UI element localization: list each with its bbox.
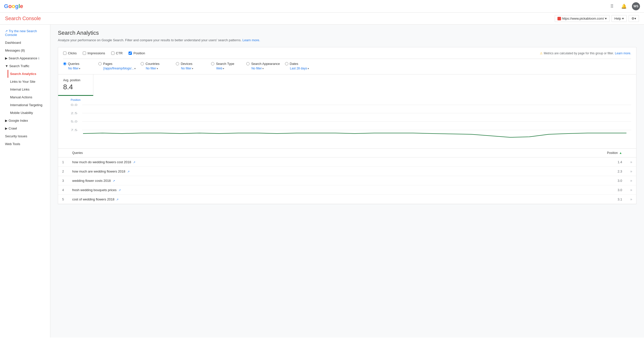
col-position-header[interactable]: Position ▲ <box>489 149 626 157</box>
clicks-checkbox[interactable] <box>63 52 66 55</box>
row-num: 5 <box>58 195 68 204</box>
external-link-icon[interactable]: ↗ <box>113 179 115 182</box>
pages-radio[interactable] <box>98 62 102 65</box>
row-query: how much do wedding flowers cost 2018 ↗ <box>68 157 489 167</box>
row-query: how much are wedding flowers 2018 ↗ <box>68 167 489 176</box>
search-type-filter-value[interactable]: Web ▾ <box>211 67 241 70</box>
search-appearance-filter-value[interactable]: No filter ▾ <box>246 67 280 70</box>
row-chevron[interactable]: » <box>626 176 636 185</box>
ctr-checkbox[interactable] <box>111 52 114 55</box>
metric-position[interactable]: Position <box>129 51 145 55</box>
queries-radio[interactable] <box>63 62 66 65</box>
sidebar-item-crawl[interactable]: ▶ Crawl <box>0 124 50 132</box>
row-chevron[interactable]: » <box>626 167 636 176</box>
external-link-icon: ↗ <box>5 29 8 33</box>
row-position: 3.0 <box>489 176 626 185</box>
notifications-icon[interactable]: 🔔 <box>620 2 628 10</box>
filter-devices[interactable]: Devices No filter ▾ <box>176 62 206 70</box>
learn-more-link[interactable]: Learn more. <box>243 38 260 42</box>
top-bar-left: Google <box>4 3 23 10</box>
svg-text:2.5: 2.5 <box>71 112 77 115</box>
sidebar-item-search-analytics[interactable]: Search Analytics <box>8 70 50 78</box>
page-desc: Analyze your performance on Google Searc… <box>58 38 636 42</box>
help-arrow-icon: ▾ <box>622 17 624 20</box>
filter-search-appearance[interactable]: Search Appearance No filter ▾ <box>246 62 280 70</box>
filter-countries[interactable]: Countries No filter ▾ <box>141 62 171 70</box>
sidebar-item-intl-targeting[interactable]: International Targeting <box>8 101 50 109</box>
row-position: 3.1 <box>489 195 626 204</box>
external-link-icon[interactable]: ↗ <box>118 189 121 192</box>
row-query: wedding flower costs 2018 ↗ <box>68 176 489 185</box>
metric-clicks[interactable]: Clicks <box>63 51 77 55</box>
queries-filter-value[interactable]: No filter ▾ <box>63 67 93 70</box>
settings-icon: ⚙ <box>631 17 634 20</box>
data-table: Queries Position ▲ 1 how much do wedding… <box>58 149 636 204</box>
avatar[interactable]: WS <box>632 2 640 10</box>
external-link-icon[interactable]: ↗ <box>133 161 135 164</box>
countries-dropdown-arrow: ▾ <box>157 67 158 70</box>
filter-search-type[interactable]: Search Type Web ▾ <box>211 62 241 70</box>
apps-icon[interactable]: ⠿ <box>608 2 616 10</box>
table-row: 1 how much do wedding flowers cost 2018 … <box>58 157 636 167</box>
queries-dropdown-arrow: ▾ <box>79 67 80 70</box>
site-favicon <box>557 17 561 20</box>
sidebar-item-security-issues[interactable]: Security Issues <box>0 132 50 140</box>
row-position: 2.3 <box>489 167 626 176</box>
external-link-icon[interactable]: ↗ <box>116 198 118 201</box>
sidebar-item-links-to-site[interactable]: Links to Your Site <box>8 78 50 86</box>
table-row: 5 cost of wedding flowers 2018 ↗ 3.1 » <box>58 195 636 204</box>
dates-radio[interactable] <box>285 62 288 65</box>
countries-radio[interactable] <box>141 62 144 65</box>
row-chevron[interactable]: » <box>626 157 636 167</box>
row-chevron[interactable]: » <box>626 185 636 195</box>
app-title[interactable]: Search Console <box>5 16 41 21</box>
row-chevron[interactable]: » <box>626 195 636 204</box>
devices-dropdown-arrow: ▾ <box>192 67 193 70</box>
devices-radio[interactable] <box>176 62 179 65</box>
layout: ↗ Try the new Search Console Dashboard M… <box>0 25 644 337</box>
sidebar-try-new[interactable]: ↗ Try the new Search Console <box>0 27 50 39</box>
search-appearance-radio[interactable] <box>246 62 250 65</box>
sidebar-item-google-index[interactable]: ▶ Google Index <box>0 117 50 124</box>
table-row: 4 fresh wedding bouquets prices ↗ 3.0 » <box>58 185 636 195</box>
site-selector[interactable]: https://www.pickabloom.com/ ▾ <box>555 15 610 22</box>
sidebar-item-mobile-usability[interactable]: Mobile Usability <box>8 109 50 117</box>
site-url: https://www.pickabloom.com/ <box>562 17 604 20</box>
metrics-learn-more-link[interactable]: Learn more. <box>615 52 631 55</box>
filter-panel: Clicks Impressions CTR Position ⚠ Metric… <box>58 47 636 74</box>
sidebar-item-web-tools[interactable]: Web Tools <box>0 140 50 148</box>
sidebar-item-messages[interactable]: Messages (8) <box>0 47 50 54</box>
position-chart: 0.0 2.5 5.0 7.5 <box>63 102 631 143</box>
external-link-icon[interactable]: ↗ <box>127 170 130 173</box>
svg-text:5.0: 5.0 <box>71 120 77 123</box>
help-label: Help <box>614 17 621 20</box>
dates-filter-value[interactable]: Last 28 days ▾ <box>285 67 315 70</box>
search-type-radio[interactable] <box>211 62 214 65</box>
pages-filter-value[interactable]: [/apps/fireamp/blogs/... ▾ <box>98 67 136 70</box>
sidebar-item-manual-actions[interactable]: Manual Actions <box>8 93 50 101</box>
pages-dropdown-arrow: ▾ <box>134 67 136 70</box>
filter-dates[interactable]: Dates Last 28 days ▾ <box>285 62 315 70</box>
countries-filter-value[interactable]: No filter ▾ <box>141 67 171 70</box>
position-checkbox[interactable] <box>129 52 132 55</box>
arrow-right-icon: ▶ <box>5 56 8 60</box>
metrics-row: Clicks Impressions CTR Position ⚠ Metric… <box>63 51 631 59</box>
devices-filter-value[interactable]: No filter ▾ <box>176 67 206 70</box>
help-button[interactable]: Help ▾ <box>612 15 627 22</box>
sidebar-item-search-appearance[interactable]: ▶ Search Appearance ℹ <box>0 54 50 62</box>
sidebar-item-dashboard[interactable]: Dashboard <box>0 39 50 47</box>
metric-impressions[interactable]: Impressions <box>83 51 105 55</box>
filter-row: Queries No filter ▾ Pages [/apps/fireamp… <box>63 59 631 70</box>
filter-queries[interactable]: Queries No filter ▾ <box>63 62 93 70</box>
metric-ctr[interactable]: CTR <box>111 51 123 55</box>
stat-box: Avg. position 8.4 <box>58 74 93 96</box>
sidebar-item-internal-links[interactable]: Internal Links <box>8 86 50 93</box>
row-num: 1 <box>58 157 68 167</box>
sidebar-item-search-traffic[interactable]: ▼ Search Traffic <box>0 62 50 70</box>
impressions-checkbox[interactable] <box>83 52 86 55</box>
app-header: Search Console https://www.pickabloom.co… <box>0 13 644 25</box>
row-query: cost of wedding flowers 2018 ↗ <box>68 195 489 204</box>
settings-button[interactable]: ⚙ ▾ <box>629 15 639 22</box>
filter-pages[interactable]: Pages [/apps/fireamp/blogs/... ▾ <box>98 62 136 70</box>
info-icon: ℹ <box>38 57 39 60</box>
